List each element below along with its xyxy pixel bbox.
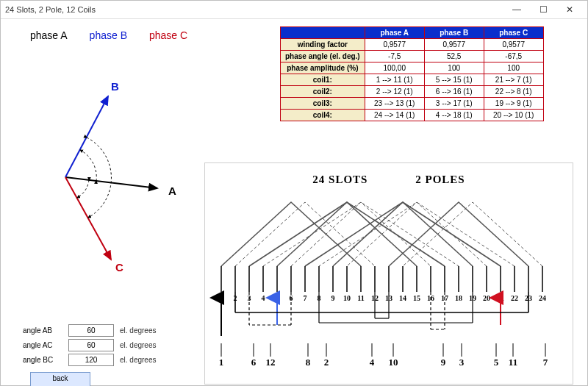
svg-text:7: 7 [543, 357, 548, 368]
svg-text:1: 1 [219, 357, 224, 368]
table-row: coil4:24 --> 14 (1)4 --> 18 (1)20 --> 10… [281, 110, 544, 121]
cell-b: 6 --> 16 (1) [424, 86, 484, 98]
svg-text:4: 4 [370, 357, 375, 368]
table-corner [281, 27, 365, 39]
vector-b [65, 96, 108, 177]
angle-arc-ac [77, 180, 89, 198]
svg-text:10: 10 [343, 294, 351, 302]
vector-c-label: C [115, 261, 123, 274]
window-title: 24 Slots, 2 Pole, 12 Coils [5, 5, 96, 14]
vector-a-label: A [168, 185, 176, 197]
cell-a: -7,5 [365, 51, 424, 62]
titlebar: 24 Slots, 2 Pole, 12 Coils — ☐ ✕ [1, 1, 587, 19]
phase-c-label: phase C [149, 29, 187, 41]
table-row: winding factor0,95770,95770,9577 [281, 39, 544, 51]
svg-text:11: 11 [509, 357, 517, 368]
window-buttons: — ☐ ✕ [503, 1, 583, 18]
svg-text:22: 22 [511, 294, 518, 302]
svg-text:3: 3 [459, 357, 465, 368]
angle-bc-value: 120 [68, 354, 114, 366]
content-area: phase A phase B phase C A B C [1, 19, 587, 385]
svg-text:7: 7 [304, 294, 307, 302]
angle-ab-label: angle AB [23, 326, 62, 335]
cell-c: -67,5 [484, 51, 543, 62]
cell-c: 21 --> 7 (1) [484, 74, 543, 86]
vector-c [65, 177, 111, 260]
angle-ab-row: angle AB 60 el. degrees [23, 324, 156, 337]
cell-c: 22 --> 8 (1) [484, 86, 543, 98]
svg-text:8: 8 [306, 357, 311, 368]
cell-b: 100 [424, 62, 484, 74]
svg-text:20: 20 [483, 294, 490, 302]
cell-a: 100,00 [365, 62, 424, 74]
cell-c: 20 --> 10 (1) [484, 110, 543, 121]
cell-a: 2 --> 12 (1) [365, 86, 424, 98]
phase-legend: phase A phase B phase C [30, 29, 187, 41]
winding-diagram-panel: 24 SLOTS 2 POLES 12345678910111213141516… [204, 162, 573, 385]
cell-a: 24 --> 14 (1) [365, 110, 424, 121]
table-row: phase angle (el. deg.)-7,552,5-67,5 [281, 51, 544, 62]
angle-ab-value: 60 [68, 324, 114, 337]
diagram-slots-text: 24 SLOTS [312, 174, 368, 186]
svg-text:9: 9 [331, 294, 335, 302]
back-button[interactable]: back [30, 372, 90, 386]
angle-ac-value: 60 [68, 339, 114, 351]
cell-a: 23 --> 13 (1) [365, 98, 424, 110]
svg-text:2: 2 [324, 357, 329, 368]
angle-ac-unit: el. degrees [120, 341, 156, 349]
angle-arc-ab [80, 150, 96, 181]
cell-b: 5 --> 15 (1) [424, 74, 484, 86]
row-label: winding factor [281, 39, 365, 51]
minimize-button[interactable]: — [503, 1, 530, 18]
diagram-title: 24 SLOTS 2 POLES [205, 174, 573, 186]
svg-text:24: 24 [539, 294, 546, 302]
angle-bc-row: angle BC 120 el. degrees [23, 354, 156, 366]
svg-text:15: 15 [413, 294, 420, 302]
svg-text:11: 11 [357, 294, 364, 302]
angle-ac-row: angle AC 60 el. degrees [23, 339, 156, 351]
cell-a: 0,9577 [365, 39, 424, 51]
table-header-b: phase B [424, 27, 484, 39]
row-label: phase angle (el. deg.) [281, 51, 365, 62]
angle-bc-unit: el. degrees [120, 356, 156, 364]
svg-text:14: 14 [399, 294, 406, 302]
row-label: phase amplitude (%) [281, 62, 365, 74]
cell-a: 1 --> 11 (1) [365, 74, 424, 86]
phasor-diagram: A B C [34, 60, 203, 280]
close-button[interactable]: ✕ [556, 1, 583, 18]
angle-readouts: angle AB 60 el. degrees angle AC 60 el. … [23, 324, 156, 368]
cell-b: 4 --> 18 (1) [424, 110, 484, 121]
phase-a-label: phase A [30, 29, 68, 41]
table-header-c: phase C [484, 27, 543, 39]
row-label: coil2: [281, 86, 365, 98]
maximize-button[interactable]: ☐ [530, 1, 556, 18]
diagram-poles-text: 2 POLES [415, 174, 465, 186]
svg-text:10: 10 [389, 357, 398, 368]
svg-text:6: 6 [251, 357, 257, 368]
svg-text:12: 12 [266, 357, 276, 368]
phase-table: phase A phase B phase C winding factor0,… [280, 26, 544, 121]
angle-bc-label: angle BC [23, 356, 62, 364]
angle-ac-label: angle AC [23, 341, 62, 349]
table-row: coil1:1 --> 11 (1)5 --> 15 (1)21 --> 7 (… [281, 74, 544, 86]
cell-b: 0,9577 [424, 39, 484, 51]
cell-b: 3 --> 17 (1) [424, 98, 484, 110]
table-header-a: phase A [365, 27, 424, 39]
svg-text:4: 4 [262, 294, 265, 302]
table-row: phase amplitude (%)100,00100100 [281, 62, 544, 74]
svg-text:18: 18 [455, 294, 462, 302]
winding-diagram-svg: 1234567891011121314151617181920212223241… [205, 163, 573, 384]
cell-b: 52,5 [424, 51, 484, 62]
row-label: coil1: [281, 74, 365, 86]
svg-text:9: 9 [441, 357, 446, 368]
table-row: coil3:23 --> 13 (1)3 --> 17 (1)19 --> 9 … [281, 98, 544, 110]
table-row: coil2:2 --> 12 (1)6 --> 16 (1)22 --> 8 (… [281, 86, 544, 98]
row-label: coil3: [281, 98, 365, 110]
vector-b-label: B [111, 80, 119, 93]
svg-text:5: 5 [494, 357, 499, 368]
cell-c: 100 [484, 62, 543, 74]
phase-b-label: phase B [90, 29, 127, 41]
cell-c: 0,9577 [484, 39, 543, 51]
angle-arc-bc [87, 137, 111, 218]
angle-ab-unit: el. degrees [120, 326, 156, 335]
